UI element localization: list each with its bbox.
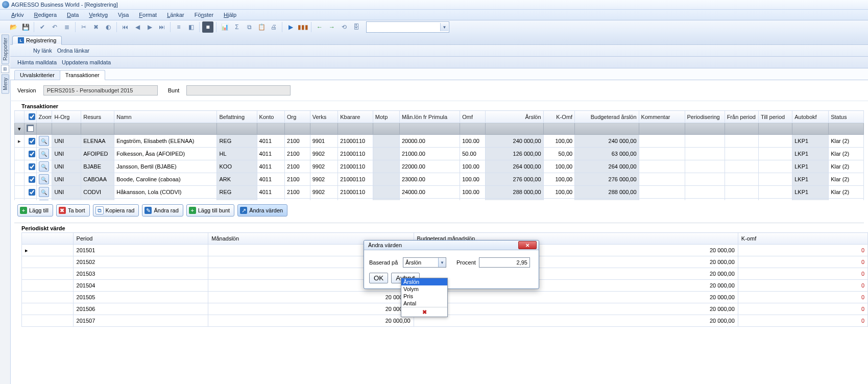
cell-fran[interactable] [725,160,758,173]
zoom-icon[interactable]: 🔍 [39,200,49,200]
undo-icon[interactable]: ↶ [49,21,60,33]
cell-org[interactable]: 2100 [285,160,310,173]
cell-motp[interactable] [373,148,399,160]
fwd-icon[interactable]: → [326,21,337,33]
cell-budget[interactable]: 300 000,00 [575,199,639,201]
cell-autobokf[interactable]: LKP1 [792,135,829,148]
toolbar-combo[interactable]: ▼ [366,21,449,33]
cell-horg[interactable]: UNI [52,173,81,186]
baserad-combo[interactable]: Årslön ▼ [403,257,446,268]
cell-kommentar[interactable] [639,173,685,186]
cell-konto[interactable]: 4011 [257,135,284,148]
zoom-icon[interactable]: 🔍 [39,136,49,146]
cell-autobokf[interactable]: LKP1 [792,148,829,160]
pv-cell-manlon[interactable]: 20 000,00 [208,315,414,327]
update-template[interactable]: Uppdatera malldata [62,59,111,65]
menu-hjalp[interactable]: Hjälp [220,12,240,18]
row-checkbox[interactable] [29,138,35,145]
pv-cell-komf[interactable]: 0 [738,303,867,315]
cell-org[interactable]: 2100 [285,148,310,160]
cell-namn[interactable]: Folkesson, Åsa (AFOIPED) [114,148,217,160]
cell-omf[interactable]: 100.00 [460,173,486,186]
cell-befattning[interactable]: ARK [217,173,257,186]
filter-icon[interactable] [27,125,34,132]
save-icon[interactable]: 💾 [20,21,31,33]
cell-verks[interactable]: 9902 [310,160,337,173]
pv-cell-period[interactable]: 201501 [73,245,208,256]
pv-cell-komf[interactable]: 0 [738,256,867,268]
dialog-titlebar[interactable]: Ändra värden ✕ [364,241,539,250]
bars-icon[interactable]: ▮▮▮ [297,21,308,33]
pv-cell-budget[interactable]: 20 000,00 [414,315,738,327]
cell-kbarare[interactable]: 21000110 [338,199,373,201]
cell-periodisering[interactable] [685,160,725,173]
alt2-icon[interactable]: ◧ [185,21,197,33]
cell-kommentar[interactable] [639,186,685,199]
cell-resurs[interactable]: CABOAA [81,173,114,186]
menu-redigera[interactable]: Redigera [30,12,60,18]
col-kbarare[interactable]: Kbarare [338,111,373,123]
rail-tab-rapporter[interactable]: Rapporter [2,34,9,64]
col-horg[interactable]: H-Org [52,111,81,123]
pv-cell-period[interactable]: 201505 [73,292,208,303]
cell-verks[interactable]: 9901 [310,135,337,148]
cell-manlon[interactable]: 23000.00 [399,173,460,186]
zoom-icon[interactable]: 🔍 [39,149,49,159]
cell-komf[interactable]: 100,00 [543,186,575,199]
col-resurs[interactable]: Resurs [81,111,114,123]
cell-autobokf[interactable]: LKP1 [792,160,829,173]
zoom-icon[interactable]: 🔍 [39,174,49,184]
cell-fran[interactable] [725,148,758,160]
header-checkbox[interactable] [29,113,35,120]
cell-periodisering[interactable] [685,148,725,160]
cell-manlon[interactable]: 22000.00 [399,160,460,173]
cell-horg[interactable]: UNI [52,160,81,173]
cell-kommentar[interactable] [639,148,685,160]
cell-manlon[interactable]: 24000.00 [399,186,460,199]
cell-konto[interactable]: 4011 [257,186,284,199]
chevron-down-icon[interactable]: ▼ [438,258,446,267]
addbunt-button[interactable]: +Lägg till bunt [186,204,234,217]
first-icon[interactable]: ⏮ [119,21,131,33]
menu-arkiv[interactable]: Arkiv [8,12,27,18]
cell-arslon[interactable]: 288 000,00 [485,186,543,199]
cell-befattning[interactable]: KOO [217,160,257,173]
pv-cell-komf[interactable]: 0 [738,315,867,327]
cell-periodisering[interactable] [685,135,725,148]
cell-budget[interactable]: 63 000,00 [575,148,639,160]
col-status[interactable]: Status [829,111,864,123]
chart-icon[interactable]: 📊 [219,21,230,33]
cell-status[interactable]: Klar (2) [829,186,864,199]
pv-cell-period[interactable]: 201507 [73,315,208,327]
open-icon[interactable]: 📂 [8,21,19,33]
cell-fran[interactable] [725,199,758,201]
cell-kbarare[interactable]: 21000110 [338,186,373,199]
table-row[interactable]: 🔍UNIEMHAABHall, Emma (emhaab)ARK40112100… [15,199,864,201]
cell-budget[interactable]: 276 000,00 [575,173,639,186]
cell-namn[interactable]: Hall, Emma (emhaab) [114,199,217,201]
cell-status[interactable]: Klar (2) [829,173,864,186]
col-arslon[interactable]: Årslön [485,111,543,123]
close-icon[interactable]: ✕ [518,241,537,249]
cell-org[interactable]: 2100 [285,173,310,186]
pv-col-period[interactable]: Period [73,233,208,245]
cell-horg[interactable]: UNI [52,199,81,201]
cell-budget[interactable]: 240 000,00 [575,135,639,148]
ok-button[interactable]: OK [369,273,388,283]
transactions-grid[interactable]: Zoom H-Org Resurs Namn Befattning Konto … [14,110,864,200]
cell-komf[interactable]: 100,00 [543,135,575,148]
menu-data[interactable]: Data [63,12,82,18]
table-row[interactable]: 🔍UNICABOAABoode, Caroline (caboaa)ARK401… [15,173,864,186]
cell-verks[interactable]: 9902 [310,199,337,201]
cell-arslon[interactable]: 264 000,00 [485,160,543,173]
cell-resurs[interactable]: CODVI [81,186,114,199]
col-komf[interactable]: K-Omf [543,111,575,123]
cell-kbarare[interactable]: 21000110 [338,148,373,160]
paste-icon[interactable]: 📋 [256,21,267,33]
pv-cell-komf[interactable]: 0 [738,245,867,256]
col-kommentar[interactable]: Kommentar [639,111,685,123]
cell-fran[interactable] [725,173,758,186]
alt1-icon[interactable]: ≡ [173,21,184,33]
cell-namn[interactable]: Boode, Caroline (caboaa) [114,173,217,186]
cell-kbarare[interactable]: 21000110 [338,173,373,186]
